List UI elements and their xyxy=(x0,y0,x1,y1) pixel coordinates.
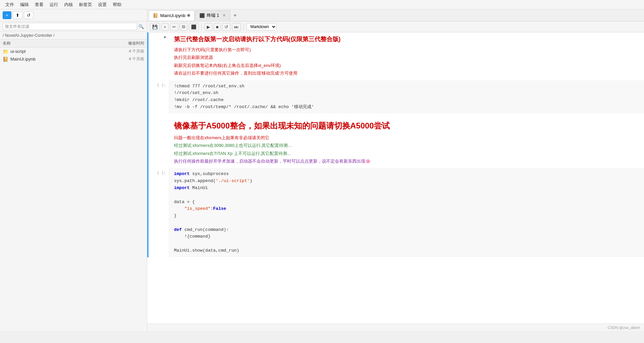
kernel-select[interactable]: Markdown Code xyxy=(247,23,277,30)
notebook-tab-icon: 📔 xyxy=(153,13,158,18)
date-column-header: 修改时间 xyxy=(117,40,144,46)
markdown-content-2: 镜像基于A5000整合，如果出现未知的问题请切换A5000尝试 问题一般出现在x… xyxy=(169,114,644,168)
tab-terminal[interactable]: ⬛ 终端 1 ✕ xyxy=(195,10,230,20)
menu-kernel[interactable]: 内核 xyxy=(62,1,76,8)
code-content-1[interactable]: !chmod 777 /root/set_env.sh !/root/set_e… xyxy=(169,80,644,113)
modified-dot xyxy=(187,14,190,17)
markdown-content-1: 第三代整合版第一次启动请执行以下方代码(仅限第三代整合版) 请执行下方代码(只需… xyxy=(169,32,644,80)
menu-settings[interactable]: 设置 xyxy=(95,1,109,8)
file-list-header: 名称 修改时间 xyxy=(0,39,147,48)
notebook-icon: 📔 xyxy=(3,57,8,62)
collapse-arrow[interactable]: ▼ xyxy=(164,35,166,39)
tab-bar: 📔 MainUi.ipynb ⬛ 终端 1 ✕ + xyxy=(147,9,644,21)
sidebar-toolbar: + ⬆ ↺ xyxy=(0,9,147,21)
upload-icon: ⬆ xyxy=(16,13,19,18)
code-import-1: import sys,subprocess xyxy=(174,171,639,178)
file-item-mainui[interactable]: 📔 MainUi.ipynb 4 个月前 xyxy=(0,55,147,63)
file-item-uiscript[interactable]: 📁 ui-script 4 个月前 xyxy=(0,48,147,55)
name-column-header: 名称 xyxy=(3,40,117,46)
cell-prompt-1: [ ]: xyxy=(149,80,169,113)
cell-section-1-content: ▼ 第三代整合版第一次启动请执行以下方代码(仅限第三代整合版) 请执行下方代码(… xyxy=(149,32,644,257)
md-line-2: 执行完后刷新浏览器 xyxy=(174,54,639,61)
markdown-cell-2: 镜像基于A5000整合，如果出现未知的问题请切换A5000尝试 问题一般出现在x… xyxy=(149,114,644,168)
md2-line-1: 问题一般出现在xformers上如果有非必须请关闭它 xyxy=(174,134,639,142)
code-cmd-body: !{command} xyxy=(174,233,639,240)
md2-line-3: 经过测试:xformers在TITAN Xp 上不可以运行,其它配置待测... xyxy=(174,150,639,157)
code-show: MainUi.show(data,cmd_run) xyxy=(174,247,639,254)
code-line-2: !/root/set_env.sh xyxy=(174,90,639,97)
new-tab-button[interactable]: + xyxy=(231,11,239,20)
code-content-2[interactable]: import sys,subprocess sys.path.append('.… xyxy=(169,168,644,257)
plus-icon: + xyxy=(6,13,8,18)
menu-run[interactable]: 运行 xyxy=(47,1,61,8)
code-blank-3 xyxy=(174,240,639,247)
notebook-toolbar: 💾 + ✂ ⧉ ⬛ ▶ ■ ↺ ⏭ Markdown Code xyxy=(147,21,644,32)
file-list: 📁 ui-script 4 个月前 📔 MainUi.ipynb 4 个月前 xyxy=(0,48,147,331)
menu-view[interactable]: 查看 xyxy=(32,1,46,8)
fast-forward-button[interactable]: ⏭ xyxy=(232,23,241,31)
cell-gutter: ▼ xyxy=(149,32,169,80)
status-text: CSDN @zou_albert xyxy=(608,326,640,330)
stop-button[interactable]: ■ xyxy=(214,23,221,31)
save-button[interactable]: 💾 xyxy=(150,23,160,31)
md2-line-4: 执行任何操作前最好开学术加速，启动器不会自动更新，平时可以点点更新，说不定会有新… xyxy=(174,157,639,165)
search-input[interactable] xyxy=(3,23,137,30)
sidebar: + ⬆ ↺ 🔍 / NovelAI-Jupyter-Controller / 名… xyxy=(0,9,147,331)
search-bar: 🔍 xyxy=(0,21,147,32)
prompt-text-2: [ ]: xyxy=(157,171,166,175)
refresh-icon: ↺ xyxy=(27,13,30,18)
md2-line-2: 经过测试:xformers在3090,3080上也可以运行,其它配置待测... xyxy=(174,142,639,149)
md-line-4: 请在运行后不要进行任何其它操作，直到出现'移动完成'方可使用 xyxy=(174,69,639,77)
code-data-assign: data = { xyxy=(174,199,639,206)
heading-1: 第三代整合版第一次启动请执行以下方代码(仅限第三代整合版) xyxy=(174,35,639,43)
upload-button[interactable]: ⬆ xyxy=(13,11,22,19)
main-layout: + ⬆ ↺ 🔍 / NovelAI-Jupyter-Controller / 名… xyxy=(0,9,644,331)
code-line-4: !mv -b -f /root/temp/* /root/.cache/ && … xyxy=(174,104,639,111)
md-line-3: 刷新完后切换笔记本内核(右上角点击后选择xl_env环境) xyxy=(174,62,639,69)
content-area: 📔 MainUi.ipynb ⬛ 终端 1 ✕ + 💾 + ✂ ⧉ ⬛ ▶ ■ … xyxy=(147,9,644,331)
terminal-tab-icon: ⬛ xyxy=(199,13,205,18)
code-cell-2: [ ]: import sys,subprocess sys.path.appe… xyxy=(149,168,644,257)
toolbar-separator xyxy=(201,23,202,30)
heading-2: 镜像基于A5000整合，如果出现未知的问题请切换A5000尝试 xyxy=(174,120,639,131)
cell-gutter-2 xyxy=(149,114,169,168)
tab-label: 终端 1 xyxy=(207,12,219,18)
refresh-button[interactable]: ↺ xyxy=(24,11,33,19)
tab-mainui[interactable]: 📔 MainUi.ipynb xyxy=(149,10,194,20)
copy-cell-button[interactable]: ⧉ xyxy=(180,23,187,31)
tab-label: MainUi.ipynb xyxy=(160,13,185,18)
file-name: ui-script xyxy=(10,49,117,54)
new-button[interactable]: + xyxy=(3,11,11,19)
status-bar: CSDN @zou_albert xyxy=(147,324,644,331)
cell-prompt-2: [ ]: xyxy=(149,168,169,257)
breadcrumb: / NovelAI-Jupyter-Controller / xyxy=(0,32,147,39)
markdown-cell-1: ▼ 第三代整合版第一次启动请执行以下方代码(仅限第三代整合版) 请执行下方代码(… xyxy=(149,32,644,80)
menu-tabs[interactable]: 标签页 xyxy=(76,1,95,8)
code-data-key: "is_speed":False xyxy=(174,205,639,212)
menu-bar: 文件 编辑 查看 运行 内核 标签页 设置 帮助 xyxy=(0,0,644,9)
add-cell-button[interactable]: + xyxy=(161,23,169,31)
md-line-1: 请执行下方代码(只需要执行第一次即可) xyxy=(174,46,639,54)
notebook-content: ▼ 第三代整合版第一次启动请执行以下方代码(仅限第三代整合版) 请执行下方代码(… xyxy=(147,32,644,324)
menu-file[interactable]: 文件 xyxy=(3,1,17,8)
cut-cell-button[interactable]: ✂ xyxy=(170,23,178,31)
code-import-2: import MainUi xyxy=(174,185,639,192)
menu-edit[interactable]: 编辑 xyxy=(17,1,31,8)
menu-help[interactable]: 帮助 xyxy=(110,1,124,8)
toolbar-separator-2 xyxy=(244,23,244,30)
close-tab-icon[interactable]: ✕ xyxy=(222,13,226,18)
restart-button[interactable]: ↺ xyxy=(222,23,231,31)
code-data-close: } xyxy=(174,212,639,220)
prompt-text: [ ]: xyxy=(157,83,166,87)
code-cell-1: [ ]: !chmod 777 /root/set_env.sh !/root/… xyxy=(149,80,644,114)
code-line-1: !chmod 777 /root/set_env.sh xyxy=(174,83,639,90)
code-sys-path: sys.path.append('./ui-script') xyxy=(174,178,639,185)
file-date: 4 个月前 xyxy=(117,49,144,54)
code-line-3: !mkdir /root/.cache xyxy=(174,97,639,104)
run-button[interactable]: ▶ xyxy=(204,23,212,31)
folder-icon: 📁 xyxy=(3,49,8,54)
cell-section-1: ▼ 第三代整合版第一次启动请执行以下方代码(仅限第三代整合版) 请执行下方代码(… xyxy=(147,32,644,257)
file-date: 4 个月前 xyxy=(117,56,144,62)
paste-cell-button[interactable]: ⬛ xyxy=(189,23,199,31)
search-button[interactable]: 🔍 xyxy=(139,24,144,29)
